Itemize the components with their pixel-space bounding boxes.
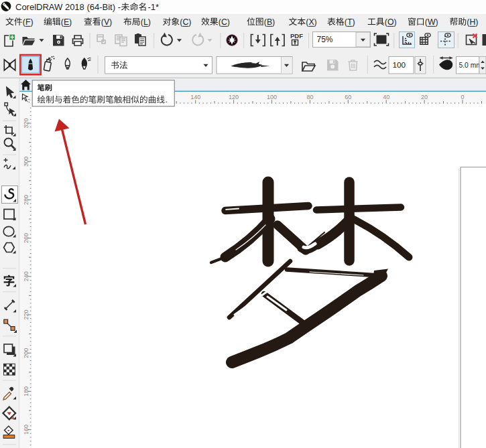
svg-text:20: 20 bbox=[421, 94, 428, 100]
svg-text:(W): (W) bbox=[425, 17, 438, 27]
svg-text:40: 40 bbox=[383, 94, 389, 100]
svg-text:75%: 75% bbox=[317, 35, 333, 44]
svg-text:5.0 mm: 5.0 mm bbox=[459, 62, 482, 69]
svg-text:(B): (B) bbox=[264, 17, 275, 27]
svg-text:(C): (C) bbox=[180, 17, 191, 27]
svg-text:200: 200 bbox=[23, 348, 29, 358]
svg-text:(C): (C) bbox=[219, 17, 230, 27]
svg-text:(V): (V) bbox=[101, 17, 112, 27]
svg-text:160: 160 bbox=[23, 425, 29, 435]
svg-text:(T): (T) bbox=[345, 17, 355, 27]
svg-text:(E): (E) bbox=[61, 17, 72, 27]
svg-text:(L): (L) bbox=[141, 17, 151, 27]
svg-text:PDF: PDF bbox=[290, 32, 303, 40]
svg-text:240: 240 bbox=[23, 271, 29, 281]
svg-text:(F): (F) bbox=[23, 17, 34, 27]
svg-text:(X): (X) bbox=[306, 17, 316, 27]
svg-text:(H): (H) bbox=[467, 17, 478, 27]
svg-text:-1*: -1* bbox=[148, 2, 160, 12]
svg-text:180: 180 bbox=[23, 386, 29, 396]
svg-text:260: 260 bbox=[23, 233, 29, 243]
svg-text:80: 80 bbox=[306, 94, 313, 100]
svg-text:100: 100 bbox=[267, 94, 277, 100]
svg-text:220: 220 bbox=[23, 309, 29, 319]
svg-text:60: 60 bbox=[345, 94, 351, 100]
svg-text:300: 300 bbox=[23, 157, 29, 167]
svg-text:320: 320 bbox=[23, 118, 29, 128]
svg-text:120: 120 bbox=[229, 94, 239, 100]
svg-text:CorelDRAW 2018 (64-Bit) -: CorelDRAW 2018 (64-Bit) - bbox=[15, 2, 121, 12]
svg-text:100: 100 bbox=[393, 60, 406, 70]
svg-text:0: 0 bbox=[461, 94, 464, 100]
svg-text:.: . bbox=[166, 95, 168, 104]
svg-text:140: 140 bbox=[190, 94, 200, 100]
svg-text:(O): (O) bbox=[385, 17, 397, 27]
svg-text:280: 280 bbox=[23, 195, 29, 205]
